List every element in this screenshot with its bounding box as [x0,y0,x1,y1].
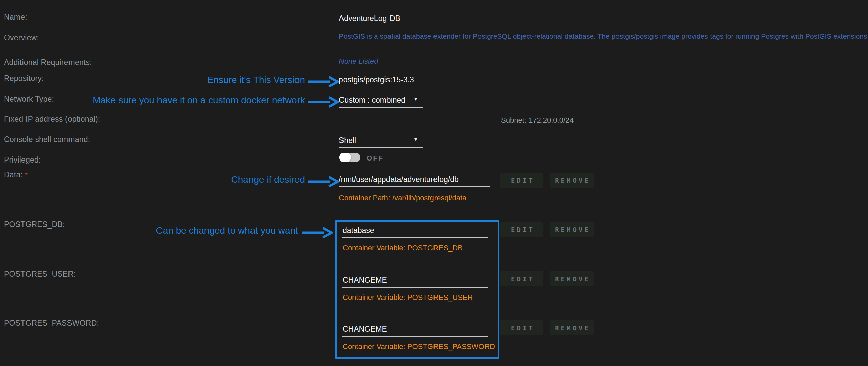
postgres-db-variable-note: Container Variable: POSTGRES_DB [342,244,463,252]
data-label: Data:* [4,170,28,179]
postgres-password-variable-note: Container Variable: POSTGRES_PASSWORD [342,342,495,351]
name-input[interactable]: AdventureLog-DB [339,14,491,26]
network-type-selected-value: Custom : combined [339,96,423,107]
postgres-db-annotation-arrow-icon [301,227,333,238]
postgres-password-edit-button[interactable]: EDIT [500,320,543,335]
postgres-user-input-value: CHANGEME [342,276,488,287]
privileged-state-label: OFF [367,154,384,162]
repository-label: Repository: [4,74,44,83]
postgres-password-input-underline [342,336,488,337]
console-shell-label: Console shell command: [4,135,90,144]
postgres-user-label: POSTGRES_USER: [4,270,76,279]
subnet-note: Subnet: 172.20.0.0/24 [501,116,574,125]
postgres-user-remove-button[interactable]: REMOVE [550,271,594,286]
data-label-text: Data: [4,170,23,179]
postgres-db-input-underline [342,237,488,238]
postgres-db-input-value: database [342,226,488,237]
privileged-label: Privileged: [4,155,41,164]
console-shell-dropdown-arrow-icon: ▼ [413,137,418,142]
additional-requirements-label: Additional Requirements: [4,58,92,67]
data-annotation: Change if desired [231,174,305,185]
data-path-input-underline [339,186,490,187]
repository-input[interactable]: postgis/postgis:15-3.3 [339,75,491,87]
required-asterisk: * [23,171,28,179]
overview-text: PostGIS is a spatial database extender f… [339,32,868,40]
postgres-password-input[interactable]: CHANGEME [342,325,488,337]
data-remove-button[interactable]: REMOVE [550,173,594,188]
console-shell-selected-value: Shell [339,136,423,147]
data-container-path-note: Container Path: /var/lib/postgresql/data [339,194,466,203]
data-annotation-arrow-icon [307,176,339,187]
docker-template-settings-page: Name: Overview: Additional Requirements:… [0,0,868,366]
postgres-user-edit-button[interactable]: EDIT [500,271,543,286]
fixed-ip-input[interactable] [339,119,491,131]
repository-annotation: Ensure it's This Version [207,74,305,85]
postgres-db-input[interactable]: database [342,226,488,238]
repository-annotation-arrow-icon [307,76,339,87]
repository-input-underline [339,87,491,87]
data-edit-button[interactable]: EDIT [500,173,543,188]
network-type-annotation: Make sure you have it on a custom docker… [93,95,305,106]
fixed-ip-label: Fixed IP address (optional): [4,115,100,124]
network-type-annotation-arrow-icon [307,96,339,108]
postgres-password-label: POSTGRES_PASSWORD: [4,319,99,328]
postgres-password-input-value: CHANGEME [342,325,488,336]
overview-label: Overview: [4,33,39,42]
console-shell-select[interactable]: Shell ▼ [339,136,423,148]
repository-input-value: postgis/postgis:15-3.3 [339,75,491,87]
postgres-user-variable-note: Container Variable: POSTGRES_USER [342,293,473,302]
postgres-db-remove-button[interactable]: REMOVE [550,222,594,237]
data-path-input-value: /mnt/user/appdata/adventurelog/db [339,175,490,186]
network-type-select[interactable]: Custom : combined ▼ [339,96,423,108]
network-type-dropdown-arrow-icon: ▼ [413,96,418,102]
fixed-ip-input-value [339,119,491,131]
privileged-toggle[interactable] [339,153,360,162]
postgres-password-remove-button[interactable]: REMOVE [550,320,594,335]
name-input-underline [339,26,491,26]
postgres-db-label: POSTGRES_DB: [4,220,65,229]
network-type-label: Network Type: [4,95,54,104]
privileged-toggle-knob [339,153,351,162]
console-shell-select-underline [339,147,423,148]
postgres-user-input-underline [342,287,488,288]
name-input-value: AdventureLog-DB [339,14,491,26]
fixed-ip-input-underline [339,131,491,131]
postgres-fields-highlight-box [335,220,499,359]
network-type-select-underline [339,107,423,108]
data-path-input[interactable]: /mnt/user/appdata/adventurelog/db [339,175,490,187]
postgres-user-input[interactable]: CHANGEME [342,276,488,288]
postgres-db-annotation: Can be changed to what you want [156,225,298,236]
name-label: Name: [4,13,27,22]
postgres-db-edit-button[interactable]: EDIT [500,222,543,237]
additional-requirements-value: None Listed [339,57,378,66]
